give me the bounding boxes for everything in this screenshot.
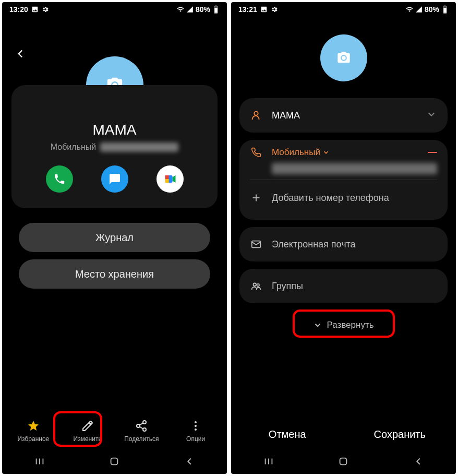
phone-number-row[interactable] [250, 163, 437, 174]
status-bar: 13:21 80% [231, 2, 456, 17]
person-icon [250, 110, 262, 121]
message-button[interactable] [101, 165, 128, 193]
name-field-box: МАМА [239, 98, 448, 133]
mail-icon [250, 239, 262, 250]
image-icon [31, 6, 39, 13]
svg-line-10 [140, 423, 143, 425]
back-nav[interactable] [413, 456, 424, 469]
add-phone-label: Добавить номер телефона [272, 193, 437, 204]
save-button[interactable]: Сохранить [344, 429, 456, 441]
chevron-down-icon[interactable] [426, 109, 437, 122]
share-button[interactable]: Поделиться [118, 419, 165, 443]
favorite-label: Избранное [17, 435, 49, 443]
home-nav[interactable] [338, 456, 349, 469]
nav-bar [231, 451, 456, 474]
status-bar: 13:20 80% [2, 2, 227, 17]
action-row [22, 165, 207, 193]
svg-rect-19 [443, 8, 446, 13]
svg-line-9 [140, 427, 143, 429]
share-icon [134, 419, 149, 433]
svg-point-7 [137, 424, 140, 427]
save-bar: Отмена Сохранить [231, 419, 456, 451]
groups-field[interactable]: Группы [250, 269, 437, 303]
avatar-container [231, 34, 456, 81]
svg-point-8 [143, 428, 146, 431]
svg-rect-4 [165, 175, 168, 179]
svg-rect-20 [444, 6, 446, 6]
email-field[interactable]: Электронная почта [250, 227, 437, 261]
bottom-bar: Избранное Изменить Поделиться Опции [2, 412, 227, 451]
edit-button[interactable]: Изменить [64, 419, 111, 443]
home-nav[interactable] [109, 456, 120, 469]
phone-type-label: Мобильный [51, 142, 96, 152]
group-icon [250, 280, 262, 292]
phone-row: Мобильный [22, 142, 207, 152]
battery-icon [441, 6, 449, 13]
signal-icon [415, 6, 423, 13]
call-button[interactable] [46, 165, 73, 193]
cancel-button[interactable]: Отмена [231, 429, 344, 441]
svg-point-13 [195, 429, 197, 431]
settings-icon [42, 6, 49, 13]
wifi-icon [406, 6, 413, 13]
svg-rect-2 [215, 6, 217, 6]
recents-nav[interactable] [34, 456, 45, 469]
screen-contact-edit: 13:21 80% [231, 2, 456, 474]
chevron-down-icon [322, 149, 330, 156]
signal-icon [186, 6, 194, 13]
journal-button[interactable]: Журнал [19, 223, 210, 252]
video-call-button[interactable] [156, 165, 184, 193]
save-label: Сохранить [374, 429, 426, 440]
phone-field-box: Мобильный Добавить номер телефона [239, 140, 448, 220]
add-phone-row[interactable]: Добавить номер телефона [250, 185, 437, 210]
favorite-button[interactable]: Избранное [10, 419, 57, 443]
star-icon [26, 419, 41, 433]
email-label: Электронная почта [272, 239, 437, 250]
chevron-down-icon [313, 320, 322, 330]
message-icon [109, 173, 121, 185]
back-button[interactable] [14, 47, 27, 63]
phone-type-select[interactable]: Мобильный [272, 147, 330, 158]
remove-phone-button[interactable] [428, 152, 437, 153]
phone-number-redacted [100, 142, 178, 152]
svg-point-6 [143, 421, 146, 424]
phone-type-label: Мобильный [272, 147, 320, 158]
storage-label: Место хранения [75, 268, 154, 280]
battery-icon [212, 6, 220, 13]
contact-card: МАМА Мобильный [11, 85, 218, 208]
expand-button[interactable]: Развернуть [297, 315, 391, 336]
status-time: 13:20 [9, 5, 28, 14]
groups-label: Группы [272, 281, 437, 292]
svg-rect-17 [111, 458, 118, 465]
options-button[interactable]: Опции [172, 419, 219, 443]
groups-field-box: Группы [239, 269, 448, 303]
wifi-icon [177, 6, 184, 13]
svg-point-12 [195, 425, 197, 427]
recents-nav[interactable] [263, 456, 274, 469]
screen-contact-view: 13:20 80% [2, 2, 227, 474]
phone-number-redacted [272, 163, 437, 174]
settings-icon [271, 6, 278, 13]
phone-icon [250, 147, 262, 158]
plus-icon [250, 192, 262, 204]
edit-label: Изменить [74, 435, 102, 443]
name-field[interactable]: МАМА [250, 98, 437, 133]
battery-text: 80% [196, 5, 210, 14]
cancel-label: Отмена [269, 429, 306, 440]
camera-icon [336, 51, 351, 65]
email-field-box: Электронная почта [239, 227, 448, 261]
svg-rect-5 [165, 179, 168, 183]
svg-point-26 [257, 284, 259, 287]
svg-rect-1 [214, 8, 217, 13]
storage-button[interactable]: Место хранения [19, 259, 210, 289]
phone-icon [53, 173, 66, 185]
svg-point-25 [254, 283, 257, 287]
status-time: 13:21 [238, 5, 257, 14]
back-nav[interactable] [184, 456, 195, 469]
pencil-icon [80, 419, 95, 433]
nav-bar [2, 451, 227, 474]
options-label: Опции [186, 435, 205, 443]
phone-type-row[interactable]: Мобильный [250, 147, 437, 158]
svg-point-11 [195, 421, 197, 423]
avatar[interactable] [320, 34, 367, 81]
